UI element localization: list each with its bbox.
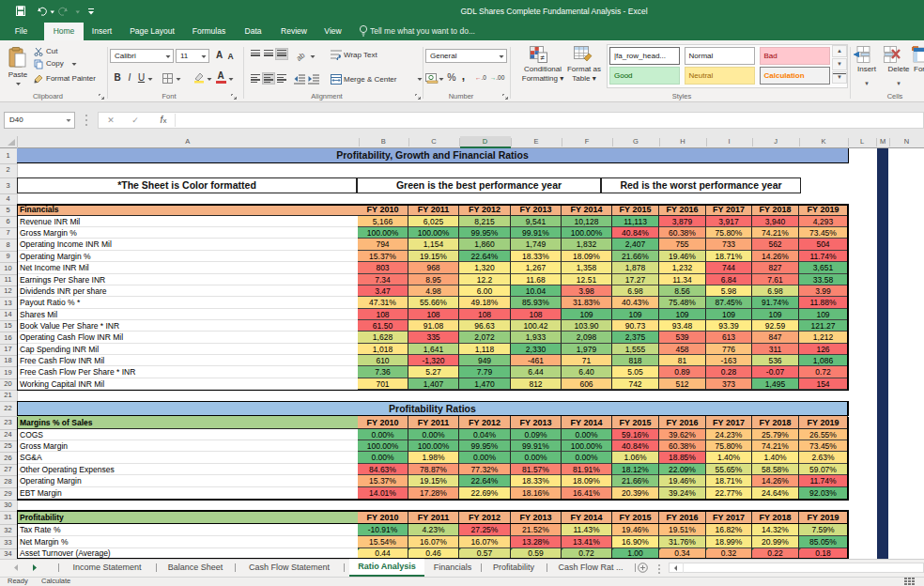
svg-text:≠: ≠	[541, 54, 546, 62]
